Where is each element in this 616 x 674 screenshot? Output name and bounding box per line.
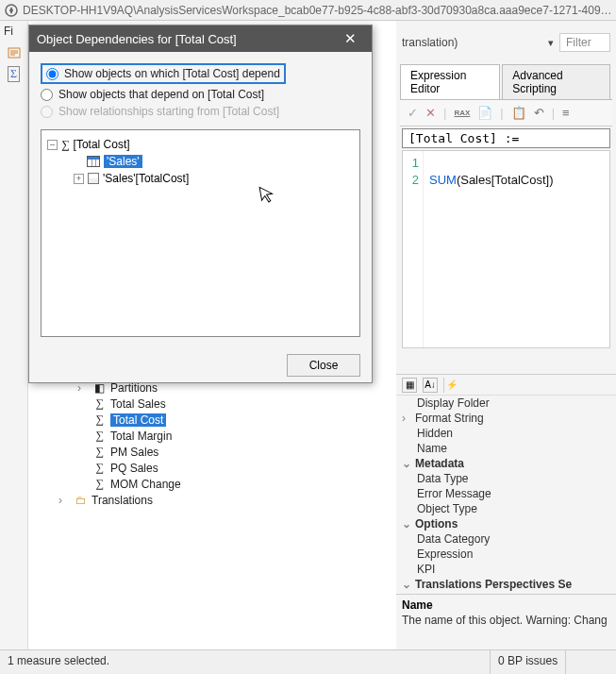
left-toolstrip: Fi Σ — [0, 21, 28, 649]
column-icon — [88, 173, 99, 184]
editor-toolbar: ✓ ✕ | RAX 📄 | 📋 ↶ | ≡ — [400, 100, 612, 126]
prop-object-type[interactable]: Object Type — [396, 501, 616, 516]
tree-pm-sales[interactable]: ∑PM Sales — [77, 444, 181, 460]
prop-display-folder[interactable]: Display Folder — [396, 396, 616, 411]
prop-events-icon[interactable]: ⚡ — [443, 378, 458, 393]
filter-input[interactable]: Filter — [559, 33, 610, 52]
folder-icon: 🗀 — [74, 494, 88, 507]
radio-depended-by[interactable]: Show objects that depend on [Total Cost] — [41, 86, 360, 103]
radio-relationships: Show relationships starting from [Total … — [41, 103, 360, 120]
leftstrip-tool-1[interactable] — [4, 43, 25, 62]
radio-input-2[interactable] — [41, 89, 53, 101]
prop-cat-translations[interactable]: ⌄Translations Perspectives Se — [396, 577, 616, 592]
dax-icon[interactable]: RAX — [454, 109, 470, 117]
prop-alpha-icon[interactable]: A↓ — [423, 378, 438, 393]
dialog-title: Object Dependencies for [Total Cost] — [37, 32, 237, 46]
tree-pq-sales[interactable]: ∑PQ Sales — [77, 460, 181, 476]
right-top-row: translation) ▾ Filter — [396, 21, 616, 64]
x-icon[interactable]: ✕ — [425, 106, 436, 120]
prop-name[interactable]: Name — [396, 441, 616, 456]
prop-expression[interactable]: Expression — [396, 547, 616, 562]
tree-total-margin[interactable]: ∑Total Margin — [77, 428, 181, 444]
doc-icon[interactable]: 📄 — [477, 106, 492, 120]
leftstrip-label: Fi — [0, 21, 27, 42]
prop-hidden[interactable]: Hidden — [396, 426, 616, 441]
prop-cat-metadata[interactable]: ⌄Metadata — [396, 456, 616, 471]
chevron-right-icon: › — [58, 494, 70, 507]
sigma-icon: ∑ — [92, 445, 107, 459]
right-panel: translation) ▾ Filter Expression Editor … — [396, 21, 616, 649]
sigma-icon: ∑ — [92, 429, 107, 443]
window-titlebar: DESKTOP-HH1V9AQ\AnalysisServicesWorkspac… — [0, 0, 616, 21]
prop-list[interactable]: Display Folder ›Format String Hidden Nam… — [396, 396, 616, 594]
tree-translations[interactable]: ›🗀Translations — [58, 492, 181, 508]
check-icon[interactable]: ✓ — [408, 106, 418, 120]
table-icon — [87, 156, 100, 167]
sigma-icon: ∑ — [92, 477, 107, 491]
copy-icon[interactable]: 📋 — [511, 106, 526, 120]
tree-total-sales[interactable]: ∑Total Sales — [77, 396, 181, 412]
close-button[interactable]: Close — [287, 354, 360, 377]
more-icon[interactable]: ≡ — [562, 106, 570, 120]
close-icon[interactable]: ✕ — [336, 30, 364, 47]
status-right: 0 BP issues — [491, 650, 566, 674]
radio-depends-on[interactable]: Show objects on which [Total Cost] depen… — [41, 61, 360, 86]
object-dependencies-dialog: Object Dependencies for [Total Cost] ✕ S… — [28, 25, 373, 383]
tree-total-cost[interactable]: ∑Total Cost — [77, 412, 181, 428]
sigma-icon: ∑ — [61, 138, 70, 152]
app-icon — [4, 3, 19, 18]
status-left: 1 measure selected. — [0, 650, 491, 674]
dependency-tree[interactable]: – ∑ [Total Cost] 'Sales' + 'Sales'[Total… — [41, 129, 360, 337]
undo-icon[interactable]: ↶ — [534, 106, 544, 120]
collapse-icon[interactable]: – — [47, 140, 58, 150]
dep-sales-table[interactable]: 'Sales' — [47, 153, 354, 170]
measure-header: [Total Cost] := — [402, 128, 610, 148]
dax-editor[interactable]: 1 2 SUM(Sales[TotalCost]) — [402, 150, 610, 348]
tree-mom-change[interactable]: ∑MOM Change — [77, 476, 181, 492]
window-title: DESKTOP-HH1V9AQ\AnalysisServicesWorkspac… — [23, 4, 612, 17]
sigma-icon[interactable]: Σ — [4, 64, 25, 83]
dep-sales-column[interactable]: + 'Sales'[TotalCost] — [47, 170, 354, 187]
translation-label: translation) — [402, 36, 542, 49]
sigma-icon: ∑ — [92, 461, 107, 475]
gutter: 1 2 — [403, 151, 424, 347]
tab-advanced-scripting[interactable]: Advanced Scripting — [502, 64, 610, 99]
dep-root[interactable]: – ∑ [Total Cost] — [47, 136, 354, 153]
prop-data-type[interactable]: Data Type — [396, 471, 616, 486]
model-tree[interactable]: ›◧Partitions ∑Total Sales ∑Total Cost ∑T… — [77, 379, 181, 508]
prop-categorized-icon[interactable]: ▦ — [402, 378, 417, 393]
editor-tabs: Expression Editor Advanced Scripting — [400, 64, 612, 100]
property-panel: ▦ A↓ ⚡ Display Folder ›Format String Hid… — [396, 374, 616, 649]
tab-expression-editor[interactable]: Expression Editor — [400, 64, 500, 99]
dialog-titlebar[interactable]: Object Dependencies for [Total Cost] ✕ — [29, 25, 372, 52]
prop-description: Name The name of this object. Warning: C… — [396, 594, 616, 631]
prop-cat-options[interactable]: ⌄Options — [396, 516, 616, 531]
dropdown-icon[interactable]: ▾ — [548, 37, 554, 49]
sigma-icon: ∑ — [92, 413, 107, 427]
prop-error-message[interactable]: Error Message — [396, 486, 616, 501]
expand-icon[interactable]: + — [74, 174, 84, 184]
radio-input-3 — [41, 106, 53, 118]
radio-input-1[interactable] — [46, 68, 58, 80]
sigma-icon: ∑ — [92, 396, 107, 411]
status-bar: 1 measure selected. 0 BP issues — [0, 649, 616, 674]
prop-kpi[interactable]: KPI — [396, 562, 616, 577]
prop-format-string[interactable]: ›Format String — [396, 411, 616, 426]
prop-data-category[interactable]: Data Category — [396, 531, 616, 547]
prop-toolbar: ▦ A↓ ⚡ — [396, 375, 616, 396]
code-content: SUM(Sales[TotalCost]) — [424, 151, 558, 347]
